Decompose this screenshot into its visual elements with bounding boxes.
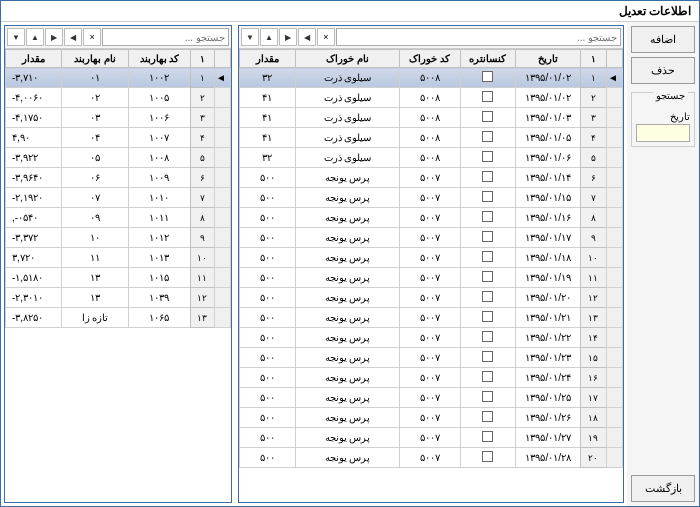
name-cell[interactable]: پرس یونجه — [295, 328, 399, 348]
table-row[interactable]: ۲۰۱۳۹۵/۰۱/۲۸۵۰۰۷پرس یونجه۵۰۰ — [239, 448, 622, 468]
qty-cell[interactable]: ۳۲ — [239, 148, 295, 168]
bqty-cell[interactable]: ۳,۹۶۴۰- — [6, 168, 62, 188]
date-cell[interactable]: ۱۳۹۵/۰۱/۲۳ — [516, 348, 581, 368]
checkbox-icon[interactable] — [482, 171, 493, 182]
table-row[interactable]: ۱۷۱۳۹۵/۰۱/۲۵۵۰۰۷پرس یونجه۵۰۰ — [239, 388, 622, 408]
code-cell[interactable]: ۵۰۰۷ — [400, 408, 460, 428]
table-row[interactable]: ◄۱۱۳۹۵/۰۱/۰۲۵۰۰۸سیلوی ذرت۳۲ — [239, 68, 622, 88]
date-cell[interactable]: ۱۳۹۵/۰۱/۲۶ — [516, 408, 581, 428]
bcode-header[interactable]: کد بهاربند — [129, 50, 191, 68]
bname-cell[interactable]: تازه زا — [61, 308, 128, 328]
checkbox-icon[interactable] — [482, 371, 493, 382]
code-cell[interactable]: ۵۰۰۷ — [400, 448, 460, 468]
name-cell[interactable]: پرس یونجه — [295, 348, 399, 368]
qty-cell[interactable]: ۵۰۰ — [239, 308, 295, 328]
checkbox-icon[interactable] — [482, 411, 493, 422]
down-icon[interactable]: ▼ — [241, 28, 259, 46]
kons-cell[interactable] — [460, 108, 516, 128]
close-icon[interactable]: × — [83, 28, 101, 46]
date-cell[interactable]: ۱۳۹۵/۰۱/۲۱ — [516, 308, 581, 328]
qty-cell[interactable]: ۵۰۰ — [239, 168, 295, 188]
kons-header[interactable]: کنسانتره — [460, 50, 516, 68]
table-row[interactable]: ۱۶۱۳۹۵/۰۱/۲۴۵۰۰۷پرس یونجه۵۰۰ — [239, 368, 622, 388]
table-row[interactable]: ۱۲۱۰۳۹۱۳۲,۳۰۱۰- — [6, 288, 231, 308]
table-row[interactable]: ۱۰۱۰۱۳۱۱۳,۷۲۰ — [6, 248, 231, 268]
date-cell[interactable]: ۱۳۹۵/۰۱/۱۸ — [516, 248, 581, 268]
table-row[interactable]: ۵۱۰۰۸۰۵۳,۹۲۲- — [6, 148, 231, 168]
checkbox-icon[interactable] — [482, 91, 493, 102]
name-cell[interactable]: پرس یونجه — [295, 268, 399, 288]
code-cell[interactable]: ۵۰۰۸ — [400, 128, 460, 148]
code-cell[interactable]: ۵۰۰۸ — [400, 68, 460, 88]
table-row[interactable]: ◄۱۱۰۰۲۰۱۳,۷۱۰- — [6, 68, 231, 88]
delete-button[interactable]: حذف — [631, 57, 695, 84]
right-search-input[interactable] — [336, 28, 621, 46]
checkbox-icon[interactable] — [482, 151, 493, 162]
checkbox-icon[interactable] — [482, 291, 493, 302]
date-cell[interactable]: ۱۳۹۵/۰۱/۰۲ — [516, 68, 581, 88]
kons-cell[interactable] — [460, 448, 516, 468]
date-cell[interactable]: ۱۳۹۵/۰۱/۰۲ — [516, 88, 581, 108]
bcode-cell[interactable]: ۱۰۰۵ — [129, 88, 191, 108]
bcode-cell[interactable]: ۱۰۱۳ — [129, 248, 191, 268]
code-cell[interactable]: ۵۰۰۷ — [400, 428, 460, 448]
code-cell[interactable]: ۵۰۰۷ — [400, 168, 460, 188]
bcode-cell[interactable]: ۱۰۶۵ — [129, 308, 191, 328]
qty-cell[interactable]: ۵۰۰ — [239, 428, 295, 448]
bcode-cell[interactable]: ۱۰۱۰ — [129, 188, 191, 208]
kons-cell[interactable] — [460, 288, 516, 308]
qty-cell[interactable]: ۵۰۰ — [239, 388, 295, 408]
code-cell[interactable]: ۵۰۰۷ — [400, 248, 460, 268]
table-row[interactable]: ۱۱۱۳۹۵/۰۱/۱۹۵۰۰۷پرس یونجه۵۰۰ — [239, 268, 622, 288]
qty-cell[interactable]: ۵۰۰ — [239, 448, 295, 468]
code-cell[interactable]: ۵۰۰۷ — [400, 188, 460, 208]
kons-cell[interactable] — [460, 228, 516, 248]
right-grid[interactable]: ۱ تاریخ کنسانتره کد خوراک نام خوراک مقدا… — [239, 49, 623, 502]
prev-icon[interactable]: ◀ — [298, 28, 316, 46]
date-cell[interactable]: ۱۳۹۵/۰۱/۲۸ — [516, 448, 581, 468]
table-row[interactable]: ۱۲۱۳۹۵/۰۱/۲۰۵۰۰۷پرس یونجه۵۰۰ — [239, 288, 622, 308]
date-cell[interactable]: ۱۳۹۵/۰۱/۲۰ — [516, 288, 581, 308]
table-row[interactable]: ۱۹۱۳۹۵/۰۱/۲۷۵۰۰۷پرس یونجه۵۰۰ — [239, 428, 622, 448]
checkbox-icon[interactable] — [482, 251, 493, 262]
kons-cell[interactable] — [460, 168, 516, 188]
checkbox-icon[interactable] — [482, 391, 493, 402]
table-row[interactable]: ۶۱۰۰۹۰۶۳,۹۶۴۰- — [6, 168, 231, 188]
code-cell[interactable]: ۵۰۰۷ — [400, 328, 460, 348]
bname-cell[interactable]: ۰۹ — [61, 208, 128, 228]
qty-cell[interactable]: ۵۰۰ — [239, 188, 295, 208]
date-cell[interactable]: ۱۳۹۵/۰۱/۲۵ — [516, 388, 581, 408]
bname-cell[interactable]: ۰۷ — [61, 188, 128, 208]
code-cell[interactable]: ۵۰۰۸ — [400, 108, 460, 128]
kons-cell[interactable] — [460, 328, 516, 348]
table-row[interactable]: ۵۱۳۹۵/۰۱/۰۶۵۰۰۸سیلوی ذرت۳۲ — [239, 148, 622, 168]
left-grid[interactable]: ۱ کد بهاربند نام بهاربند مقدار ◄۱۱۰۰۲۰۱۳… — [5, 49, 231, 502]
next-icon[interactable]: ▶ — [45, 28, 63, 46]
code-cell[interactable]: ۵۰۰۷ — [400, 388, 460, 408]
kons-cell[interactable] — [460, 388, 516, 408]
bname-cell[interactable]: ۰۴ — [61, 128, 128, 148]
bqty-cell[interactable]: ۳,۳۷۲- — [6, 228, 62, 248]
name-cell[interactable]: پرس یونجه — [295, 368, 399, 388]
name-cell[interactable]: پرس یونجه — [295, 208, 399, 228]
qty-header[interactable]: مقدار — [239, 50, 295, 68]
kons-cell[interactable] — [460, 188, 516, 208]
checkbox-icon[interactable] — [482, 331, 493, 342]
name-cell[interactable]: پرس یونجه — [295, 248, 399, 268]
checkbox-icon[interactable] — [482, 211, 493, 222]
table-row[interactable]: ۱۴۱۳۹۵/۰۱/۲۲۵۰۰۷پرس یونجه۵۰۰ — [239, 328, 622, 348]
kons-cell[interactable] — [460, 128, 516, 148]
bqty-cell[interactable]: ۱,۵۱۸۰- — [6, 268, 62, 288]
table-row[interactable]: ۶۱۳۹۵/۰۱/۱۴۵۰۰۷پرس یونجه۵۰۰ — [239, 168, 622, 188]
checkbox-icon[interactable] — [482, 271, 493, 282]
qty-cell[interactable]: ۴۱ — [239, 128, 295, 148]
rownum-header[interactable]: ۱ — [190, 50, 215, 68]
name-cell[interactable]: پرس یونجه — [295, 408, 399, 428]
bqty-cell[interactable]: ۴,۱۷۵۰- — [6, 108, 62, 128]
left-search-input[interactable] — [102, 28, 229, 46]
kons-cell[interactable] — [460, 368, 516, 388]
name-cell[interactable]: پرس یونجه — [295, 388, 399, 408]
bqty-header[interactable]: مقدار — [6, 50, 62, 68]
bqty-cell[interactable]: ۲,۱۹۲۰- — [6, 188, 62, 208]
kons-cell[interactable] — [460, 148, 516, 168]
